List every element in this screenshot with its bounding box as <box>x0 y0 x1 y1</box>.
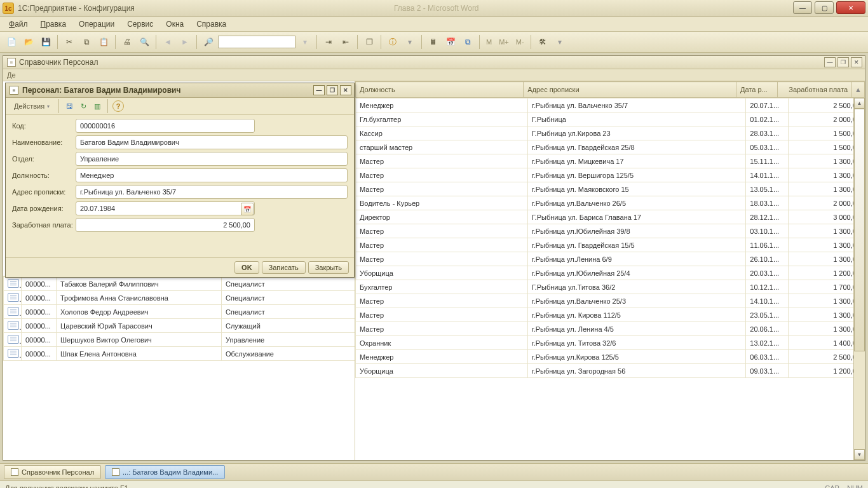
position-field[interactable] <box>76 168 348 182</box>
col-birthdate[interactable]: Дата р... <box>736 82 777 98</box>
save-icon[interactable]: 💾 <box>38 34 53 50</box>
task-directory[interactable]: Справочник Персонал <box>4 465 101 479</box>
list-icon: ≡ <box>7 58 16 67</box>
name-field[interactable] <box>76 135 348 149</box>
mdi-minimize-icon[interactable]: — <box>824 57 836 67</box>
new-icon[interactable]: 📄 <box>4 34 19 50</box>
print-icon[interactable]: 🖨 <box>119 34 135 50</box>
table-row[interactable]: 00000...Трофимова Анна СтаниславовнаСпец… <box>4 291 355 305</box>
find-next-icon[interactable]: ▾ <box>297 34 313 50</box>
table-row[interactable]: Мастерг.Рыбница ул.Вальченко 25/314.10.1… <box>356 294 865 308</box>
dropdown-icon[interactable]: ▾ <box>552 34 567 50</box>
table-row[interactable]: Гл.бухгалтерГ.Рыбница01.02.1...2 000,00 <box>356 112 865 126</box>
table-row[interactable]: 00000...Шершуков Виктор ОлеговичУправлен… <box>4 333 355 347</box>
scroll-down-icon[interactable]: ▼ <box>854 449 865 460</box>
info-icon[interactable]: ⓘ <box>385 34 400 50</box>
table-row[interactable]: старший мастерг.Рыбница ул. Гвардейская … <box>356 140 865 154</box>
memory-m[interactable]: M <box>484 38 494 46</box>
dialog-restore-icon[interactable]: ❐ <box>327 85 338 95</box>
menu-service[interactable]: Сервис <box>122 18 158 30</box>
table-row[interactable]: Уборщицаг.Рыбница ул. Загородная 5609.03… <box>356 364 865 378</box>
table-row[interactable]: Менеджерг.Рыбница ул. Вальченко 35/720.0… <box>356 98 865 112</box>
table-row[interactable]: ДиректорГ.Рыбница ул. Бариса Главана 172… <box>356 210 865 224</box>
table-row[interactable]: 00000...Царевский Юрий ТарасовичСлужащий <box>4 319 355 333</box>
table-row[interactable]: БухгалтерГ.Рыбница ул.Титова 36/210.12.1… <box>356 280 865 294</box>
table-row[interactable]: Водитель - Курьерг.Рыбница ул.Вальченко … <box>356 196 865 210</box>
record-dialog: ≡ Персонал: Батагов Вадим Владимирович —… <box>5 83 355 278</box>
search-input[interactable] <box>218 36 295 48</box>
table-row[interactable]: КассирГ.Рыбница ул.Кирова 2328.03.1...1 … <box>356 126 865 140</box>
scroll-up-icon[interactable]: ▲ <box>854 98 865 109</box>
dialog-footer: OK Записать Закрыть <box>6 257 354 277</box>
close-dialog-button[interactable]: Закрыть <box>308 261 349 274</box>
menu-file[interactable]: Файл <box>4 18 33 30</box>
table-row[interactable]: Мастерг.Рыбница ул. Ленина 4/520.06.1...… <box>356 322 865 336</box>
find-icon[interactable]: 🔎 <box>201 34 216 50</box>
preview-icon[interactable]: 🔍 <box>137 34 152 50</box>
col-address[interactable]: Адрес прописки <box>524 82 736 98</box>
salary-field[interactable] <box>76 218 255 232</box>
write-button[interactable]: Записать <box>262 261 306 274</box>
calendar-icon[interactable]: 📅 <box>443 34 458 50</box>
table-row[interactable]: Охранникг.Рыбница ул. Титова 32/613.02.1… <box>356 336 865 350</box>
dialog-minimize-icon[interactable]: — <box>313 85 325 95</box>
birthdate-field[interactable] <box>76 201 255 215</box>
mdi-title-text: Справочник Персонал <box>19 58 98 67</box>
table-row[interactable]: Мастерг.Рыбница ул.Юбилейная 39/803.10.1… <box>356 224 865 238</box>
copy-icon[interactable]: ⧉ <box>79 34 94 50</box>
actions-button[interactable]: Действия▾ <box>10 100 54 112</box>
table-row[interactable]: 00000...Шпак Елена АнтоновнаОбслуживание <box>4 347 355 361</box>
table-row[interactable]: 00000...Табаков Валерий ФилипповичСпециа… <box>4 277 355 291</box>
dialog-titlebar[interactable]: ≡ Персонал: Батагов Вадим Владимирович —… <box>6 83 354 98</box>
dept-field[interactable] <box>76 152 348 166</box>
table-row[interactable]: Мастерг.Рыбница ул. Мицкевича 1715.11.1.… <box>356 154 865 168</box>
table-row[interactable]: Мастерг.Рыбница ул. Кирова 112/523.05.1.… <box>356 308 865 322</box>
settings-icon[interactable]: 🛠 <box>535 34 550 50</box>
divider <box>531 35 531 49</box>
task-icon[interactable]: ⧉ <box>460 34 475 50</box>
table-row[interactable]: Мастерг.Рыбница ул. Маяковского 1513.05.… <box>356 182 865 196</box>
scroll-thumb[interactable] <box>854 109 865 351</box>
address-field[interactable] <box>76 185 348 199</box>
col-position[interactable]: Должность <box>356 82 524 98</box>
memory-mminus[interactable]: M- <box>513 38 527 46</box>
table-row[interactable]: 00000...Холопов Федор АндреевичСпециалис… <box>4 305 355 319</box>
help-icon[interactable]: ? <box>112 100 124 112</box>
goto-back-icon[interactable]: ⇤ <box>338 34 353 50</box>
ok-button[interactable]: OK <box>234 261 259 274</box>
save-and-close-icon[interactable]: 🖫 <box>64 100 75 112</box>
calendar-picker-icon[interactable]: 📅 <box>241 203 254 215</box>
back-icon[interactable]: ◄ <box>160 34 175 50</box>
scrollbar[interactable]: ▲ ▼ <box>853 98 865 460</box>
table-row[interactable]: Мастерг.Рыбница ул.Ленина 6/926.10.1...1… <box>356 252 865 266</box>
open-icon[interactable]: 📂 <box>21 34 36 50</box>
col-salary[interactable]: Заработная плата <box>777 82 851 98</box>
code-field[interactable] <box>76 119 255 133</box>
minimize-button[interactable]: — <box>793 1 812 14</box>
refresh-icon[interactable]: ↻ <box>78 100 89 112</box>
goto-icon[interactable]: ▥ <box>92 100 103 112</box>
calc-icon[interactable]: 🖩 <box>426 34 441 50</box>
task-record[interactable]: ...: Батагов Вадим Владими... <box>105 465 225 479</box>
mdi-restore-icon[interactable]: ❐ <box>837 57 849 67</box>
mdi-close-icon[interactable]: ✕ <box>851 57 862 67</box>
cut-icon[interactable]: ✂ <box>62 34 77 50</box>
menu-windows[interactable]: Окна <box>161 18 189 30</box>
maximize-button[interactable]: ▢ <box>815 1 834 14</box>
table-row[interactable]: Менеджерг.Рыбница ул.Кирова 125/506.03.1… <box>356 350 865 364</box>
table-row[interactable]: Уборщицаг.Рыбница ул.Юбилейная 25/420.03… <box>356 266 865 280</box>
table-row[interactable]: Мастерг.Рыбница ул. Гвардейская 15/511.0… <box>356 238 865 252</box>
dropdown-icon[interactable]: ▾ <box>402 34 417 50</box>
table-row[interactable]: Мастерг.Рыбница ул. Вершигора 125/514.01… <box>356 168 865 182</box>
forward-icon[interactable]: ► <box>177 34 193 50</box>
menu-operations[interactable]: Операции <box>74 18 119 30</box>
divider <box>196 35 197 49</box>
menu-edit[interactable]: Правка <box>36 18 72 30</box>
goto-icon[interactable]: ⇥ <box>321 34 336 50</box>
dialog-close-icon[interactable]: ✕ <box>340 85 351 95</box>
memory-mplus[interactable]: M+ <box>496 38 512 46</box>
windows-icon[interactable]: ❐ <box>362 34 377 50</box>
menu-help[interactable]: Справка <box>191 18 231 30</box>
paste-icon[interactable]: 📋 <box>96 34 111 50</box>
close-button[interactable]: ✕ <box>836 1 865 14</box>
